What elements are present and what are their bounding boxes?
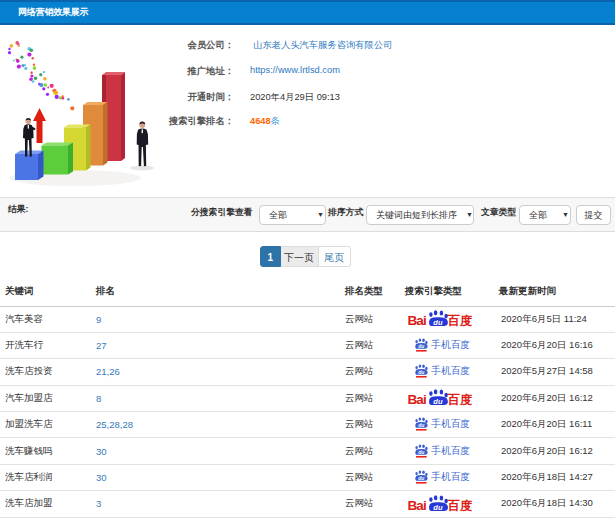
svg-text:du: du	[433, 503, 443, 512]
svg-text:du: du	[418, 422, 424, 428]
svg-text:百度: 百度	[447, 498, 473, 512]
svg-text:百度: 百度	[447, 393, 473, 407]
svg-text:Bai: Bai	[408, 497, 426, 512]
svg-text:du: du	[418, 343, 424, 349]
svg-text:Bai: Bai	[408, 392, 426, 407]
svg-text:手机百度: 手机百度	[431, 445, 470, 456]
svg-text:手机百度: 手机百度	[431, 366, 470, 377]
svg-text:du: du	[418, 475, 424, 481]
svg-text:手机百度: 手机百度	[431, 339, 470, 350]
svg-text:du: du	[433, 397, 443, 406]
svg-text:百度: 百度	[447, 314, 473, 328]
svg-text:du: du	[418, 369, 424, 375]
svg-text:手机百度: 手机百度	[431, 471, 470, 482]
svg-text:Bai: Bai	[408, 313, 426, 328]
svg-text:du: du	[433, 318, 443, 327]
svg-text:du: du	[418, 449, 424, 455]
svg-text:手机百度: 手机百度	[431, 418, 470, 429]
